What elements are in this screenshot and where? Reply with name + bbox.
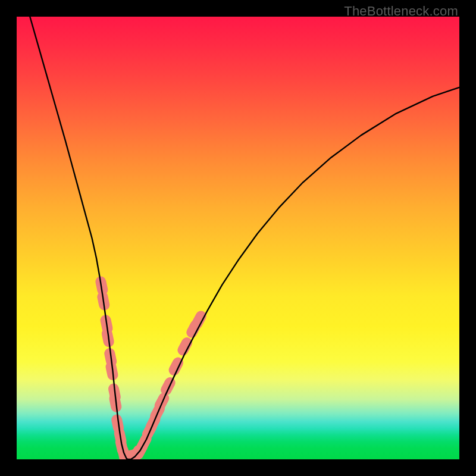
sample-dots bbox=[101, 282, 201, 460]
svg-line-24 bbox=[183, 343, 187, 350]
chart-overlay bbox=[17, 17, 459, 459]
bottleneck-curve bbox=[30, 17, 459, 459]
watermark-text: TheBottleneck.com bbox=[344, 4, 458, 19]
